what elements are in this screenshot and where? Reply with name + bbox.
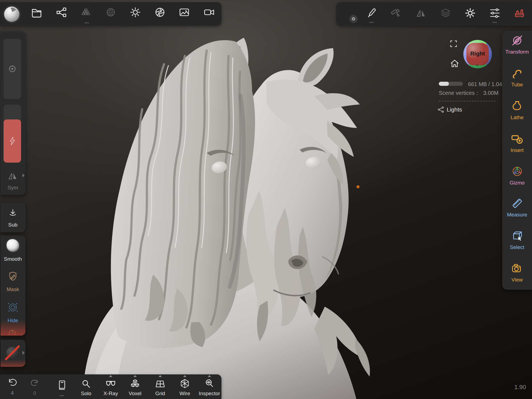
tool-select[interactable]: Select	[502, 230, 532, 250]
stroke-dot-button[interactable]	[4, 39, 21, 99]
mask-shield-icon	[8, 271, 18, 282]
memory-bar	[439, 82, 463, 86]
nav-cube[interactable]: Right ≡	[463, 40, 492, 68]
cursor-dot	[356, 185, 359, 188]
fullscreen-icon[interactable]	[449, 39, 458, 48]
sliders-more-dots[interactable]: …	[492, 19, 498, 24]
symmetry-glyph	[8, 172, 18, 180]
smooth-tool[interactable]	[7, 239, 19, 252]
folder-icon[interactable]	[31, 7, 42, 18]
inspector-button[interactable]	[204, 378, 215, 389]
scene-vertices-label: Scene vertices：	[439, 90, 480, 96]
left-panel-sub[interactable]: Sub	[1, 203, 25, 232]
sub-arrow-glyph	[8, 209, 17, 218]
grid-icon	[155, 379, 166, 389]
tool-tube[interactable]: Tube	[502, 67, 532, 88]
voxel-button[interactable]	[130, 379, 140, 389]
lights-row[interactable]: Lights	[437, 106, 462, 113]
lathe-icon	[511, 100, 524, 112]
gear-icon[interactable]	[464, 7, 476, 19]
paint-brush-icon[interactable]	[366, 8, 377, 19]
scene-graph-icon[interactable]	[56, 7, 67, 18]
redo-icon	[30, 379, 39, 387]
material-off-icon	[4, 344, 21, 361]
hide-tool[interactable]	[7, 302, 19, 313]
smooth-label: Smooth	[4, 256, 22, 262]
sliders-icon[interactable]	[489, 7, 501, 19]
video-icon[interactable]	[203, 7, 215, 18]
memory-bar-fill	[439, 82, 449, 86]
matcap-notch	[10, 7, 17, 13]
nav-cube-face-label: Right	[470, 50, 485, 57]
lightning-icon	[8, 136, 16, 146]
paint-roller-icon[interactable]	[391, 8, 402, 19]
tool-measure[interactable]: Measure	[502, 197, 532, 218]
matcap-sphere-icon[interactable]	[4, 7, 19, 22]
tool-lathe[interactable]: Lathe	[502, 100, 532, 121]
zoom-level: 1.90	[514, 384, 526, 391]
mirror-icon[interactable]	[416, 8, 426, 19]
brush-more-dots[interactable]: …	[369, 19, 375, 24]
tool-lathe-label: Lathe	[502, 115, 532, 121]
symmetry-label: Sym	[8, 185, 18, 191]
xray-label: X-Ray	[104, 391, 118, 397]
tool-transform-label: Transform	[502, 49, 532, 55]
tool-view-label: View	[502, 277, 532, 283]
grid-button[interactable]	[155, 379, 166, 389]
aperture-icon[interactable]	[154, 7, 166, 18]
left-panel-material[interactable]	[1, 340, 25, 367]
hide-dotted-icon	[7, 302, 19, 313]
folder-glyph	[31, 7, 42, 18]
gizmo-icon	[511, 165, 524, 178]
redo-count: 0	[33, 391, 36, 396]
matcap-settings-badge[interactable]	[349, 15, 358, 23]
inspector-label: Inspector	[199, 391, 220, 397]
tool-transform[interactable]: Transform	[502, 34, 532, 55]
solo-button[interactable]	[81, 379, 91, 389]
sliders-glyph	[489, 7, 501, 19]
grid-label: Grid	[155, 391, 165, 397]
undo-button[interactable]	[7, 377, 17, 387]
gear-badge-glyph	[351, 16, 356, 21]
select-icon	[511, 230, 524, 242]
layers-icon[interactable]	[440, 8, 451, 19]
top-toolbar-right: … …	[336, 2, 532, 26]
tool-gizmo[interactable]: Gizmo	[502, 165, 532, 186]
sub-icon	[8, 209, 17, 218]
xray-button[interactable]	[105, 379, 116, 388]
nav-cube-bottom-glyph: ≡	[476, 63, 478, 67]
voxel-caret	[133, 375, 137, 377]
home-icon[interactable]	[450, 58, 460, 68]
tool-tube-label: Tube	[502, 82, 532, 88]
bricks-icon[interactable]	[80, 7, 91, 16]
tool-insert[interactable]: Insert	[502, 133, 532, 153]
material-off-glyph	[4, 344, 21, 361]
mirror-glyph	[416, 8, 426, 19]
symmetry-icon[interactable]	[8, 172, 18, 180]
solo-magnifier-icon	[81, 379, 91, 389]
stroke-lightning-button-active[interactable]	[4, 119, 21, 163]
redo-button[interactable]	[30, 379, 39, 387]
insert-icon	[511, 133, 524, 145]
paint-roller-glyph	[389, 5, 404, 21]
wire-button[interactable]	[179, 378, 190, 389]
tool-view[interactable]: View	[502, 262, 532, 283]
material-expand-caret[interactable]	[22, 351, 25, 355]
sculpt-app-screen: { "top_toolbar_left": { "icons": ["nomad…	[0, 0, 532, 399]
pattern-sphere-icon[interactable]	[105, 7, 116, 18]
xray-caret	[109, 375, 112, 377]
brush-menu-button[interactable]	[57, 380, 67, 391]
mask-tool[interactable]	[8, 271, 18, 282]
mask-label: Mask	[7, 286, 19, 292]
tool-insert-label: Insert	[502, 147, 532, 153]
toolbox-glyph	[514, 7, 525, 19]
memory-text: 661 MB / 1.04 G	[468, 81, 502, 87]
symmetry-expand-caret[interactable]	[22, 174, 25, 177]
lights-node-icon	[437, 106, 445, 113]
layers-glyph	[440, 8, 451, 19]
image-icon[interactable]	[179, 7, 190, 18]
toolbox-icon[interactable]	[514, 7, 525, 19]
bricks-more-dots[interactable]: …	[84, 19, 90, 25]
voxel-cubes-icon	[130, 379, 140, 389]
sun-icon[interactable]	[130, 7, 141, 18]
